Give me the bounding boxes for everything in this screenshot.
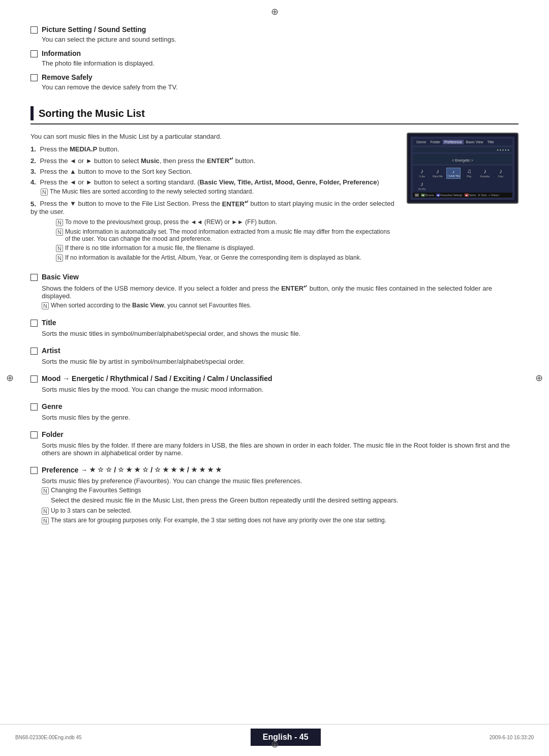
browse-icon: ■ <box>421 194 425 197</box>
music-note-2: ♪ <box>431 168 445 175</box>
tv-music-item-3: ♫ Play <box>462 168 476 179</box>
genre-subsection: Genre Sorts music files by the genre. <box>30 402 518 421</box>
genre-body: Sorts music files by the genre. <box>42 414 518 421</box>
tv-bottom-bar: ⌂ ■ Browse ■ Favourites Settings <box>413 193 512 198</box>
basic-view-heading: Basic View <box>42 273 79 281</box>
preference-heading-label: Preference → ★☆☆ / ☆★★☆ / ☆★★★ / ★★★★ <box>42 466 222 474</box>
tv-bottom-select-label: Select <box>469 194 476 197</box>
preference-note-1-text: Up to 3 stars can be selected. <box>51 507 132 514</box>
pref-star-4: ★ <box>163 466 169 474</box>
basic-view-note-bold: Basic View <box>132 302 164 309</box>
tv-bottom-home: ⌂ <box>415 194 419 197</box>
fav-icon: ■ <box>436 194 440 197</box>
artist-body: Sorts the music file by artist in symbol… <box>42 358 518 365</box>
tv-menu-preference: Preference <box>443 140 463 144</box>
tv-menu-bar: Genre Folder Preference Basic View Title <box>413 139 512 145</box>
step-5-bold-enter: ENTER↵ <box>222 200 249 208</box>
title-text: Sorts the music titles in symbol/number/… <box>42 330 518 337</box>
tv-energetic-label: < Energetic > <box>452 159 473 162</box>
footer-center-text: English - 45 <box>251 729 321 746</box>
information-body: The photo file information is displayed. <box>42 59 155 67</box>
pref-star-6: ★ <box>179 466 185 474</box>
basic-view-subsection: Basic View Shows the folders of the USB … <box>30 273 518 309</box>
right-crosshair-icon: ⊕ <box>535 372 543 384</box>
tv-submenu: ● ● ● ● ● <box>413 147 512 152</box>
music-label-highlighted: I Love You <box>448 174 459 177</box>
picture-sound-body: You can select the picture and sound set… <box>42 36 176 43</box>
tv-bottom-tools-label: ⚙ Tools <box>478 194 486 197</box>
folder-body: Sorts music files by the folder. If ther… <box>42 442 518 457</box>
preference-note-heading-text: Changing the Favourites Settings <box>51 487 141 494</box>
music-note-6: ♪ <box>415 180 429 187</box>
title-subsection: Title Sorts the music titles in symbol/n… <box>30 319 518 337</box>
note-1-text: To move to the previous/next group, pres… <box>65 218 277 226</box>
tv-screen-inner: Genre Folder Preference Basic View Title… <box>411 137 514 200</box>
preference-note-1: N Up to 3 stars can be selected. <box>42 507 518 515</box>
tv-bottom-browse-label: Browse <box>425 194 434 197</box>
preference-subsection: Preference → ★☆☆ / ☆★★☆ / ☆★★★ / ★★★★ So… <box>30 466 518 524</box>
tv-bottom-fav: ■ Favourites Settings <box>436 194 463 197</box>
music-label-2: Want Me <box>431 175 445 178</box>
pref-star-empty-1: ☆ <box>98 466 104 474</box>
checkbox-icon-mood <box>30 375 38 383</box>
step-4-note-text: The Music files are sorted according to … <box>50 188 254 195</box>
preference-body: Sorts music files by preference (Favouri… <box>42 477 518 524</box>
artist-text: Sorts the music file by artist in symbol… <box>42 358 518 365</box>
remove-safely-body: You can remove the device safely from th… <box>42 83 178 91</box>
page-container: ⊕ ⊕ ⊕ Picture Setting / Sound Setting Yo… <box>0 0 549 756</box>
tv-bottom-select: ■ Select <box>465 194 476 197</box>
pref-star-10: ★ <box>216 466 222 474</box>
remove-safely-section: Remove Safely You can remove the device … <box>30 73 518 91</box>
checkbox-icon <box>30 50 38 57</box>
basic-view-note: N When sorted according to the Basic Vie… <box>42 302 518 309</box>
content-with-image: You can sort music files in the Music Li… <box>30 133 518 264</box>
information-section: Information The photo file information i… <box>30 49 518 67</box>
section-title: Sorting the Music List <box>39 108 145 119</box>
tv-energetic-bar: < Energetic > <box>413 154 512 164</box>
preference-note-2-text: The stars are for grouping purposes only… <box>51 517 386 524</box>
folder-text: Sorts music files by the folder. If ther… <box>42 442 518 457</box>
footer-right-text: 2009-6-10 16:33:20 <box>490 735 534 740</box>
tv-music-item-4: ♪ Karaoke <box>478 168 492 179</box>
note-4-text: If no information is available for the A… <box>65 254 361 261</box>
step-4-note: N The Music files are sorted according t… <box>41 188 396 196</box>
tv-music-item-2: ♪ Want Me <box>431 168 445 179</box>
note-icon-pref-1: N <box>42 487 49 494</box>
music-label-6: Do-Re <box>415 187 429 191</box>
pref-star-3: ★ <box>134 466 140 474</box>
mood-subsection: Mood → Energetic / Rhythmical / Sad / Ex… <box>30 374 518 393</box>
step-5-num: 5. <box>30 200 36 208</box>
pref-star-empty-2: ☆ <box>106 466 112 474</box>
pref-star-empty-4: ☆ <box>142 466 148 474</box>
music-label-5: Give <box>494 175 508 178</box>
note-icon-pref-3: N <box>42 517 49 524</box>
note-3-text: If there is no title information for a m… <box>65 244 255 251</box>
note-2: N Music information is automatically set… <box>56 228 396 242</box>
tv-menu-basicview: Basic View <box>465 140 485 144</box>
pref-star-1: ★ <box>89 466 96 474</box>
note-icon-pref-2: N <box>42 508 49 515</box>
title-heading: Title <box>42 319 56 327</box>
checkbox-icon-basicview <box>30 274 38 281</box>
tv-music-item-1: ♪ I Like <box>415 168 429 179</box>
pref-star-9: ★ <box>207 466 214 474</box>
preference-note-body: Select the desired music file in the Mus… <box>51 496 518 504</box>
folder-subsection: Folder Sorts music files by the folder. … <box>30 430 518 457</box>
music-note-1: ♪ <box>415 168 429 175</box>
section-title-bar: Sorting the Music List <box>30 106 518 124</box>
footer-left-text: BN68-02330E-00Eng.indb 45 <box>15 735 82 740</box>
tv-screen: Genre Folder Preference Basic View Title… <box>407 133 518 204</box>
top-crosshair-icon: ⊕ <box>271 6 279 17</box>
note-3: N If there is no title information for a… <box>56 244 396 252</box>
music-note-3: ♫ <box>462 168 476 175</box>
tv-bottom-browse: ■ Browse <box>421 194 434 197</box>
numbered-list: 1. Press the MEDIA.P button. 2. Press th… <box>30 145 396 215</box>
step-4-bold: Basic View, Title, Artist, Mood, Genre, … <box>200 178 377 186</box>
music-label-3: Play <box>462 175 476 178</box>
pref-star-7: ★ <box>191 466 197 474</box>
checkbox-icon <box>30 26 38 34</box>
tv-submenu-dots: ● ● ● ● ● <box>497 148 509 151</box>
music-label-1: I Like <box>415 175 429 178</box>
note-icon: N <box>41 188 48 196</box>
artist-heading: Artist <box>42 346 60 355</box>
